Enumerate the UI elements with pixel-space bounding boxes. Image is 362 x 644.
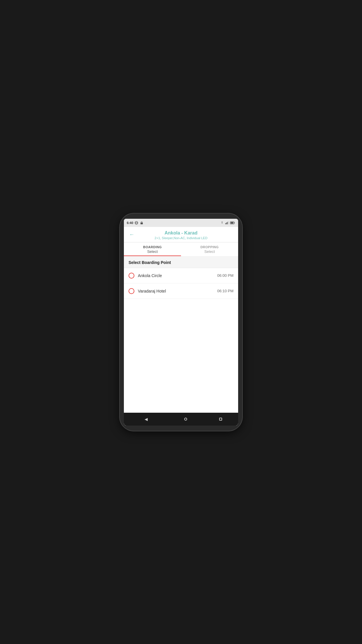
svg-rect-7 bbox=[228, 221, 229, 224]
radio-button-ankola[interactable] bbox=[129, 273, 134, 279]
app-header: ← Ankola - Karad 2+1, Sleeper,Non-AC, In… bbox=[124, 227, 238, 242]
svg-rect-9 bbox=[231, 222, 233, 224]
phone-outer: 6:40 bbox=[120, 214, 242, 431]
phone-screen: 6:40 bbox=[124, 219, 238, 426]
section-header: Select Boarding Point bbox=[124, 256, 238, 268]
world-icon bbox=[134, 221, 138, 225]
dropping-tab-label: DROPPING bbox=[181, 245, 238, 249]
wifi-icon bbox=[220, 220, 224, 225]
signal-icon bbox=[225, 220, 229, 225]
boarding-point-name: Ankola Circle bbox=[138, 273, 217, 278]
svg-rect-3 bbox=[140, 223, 143, 224]
battery-icon bbox=[230, 220, 235, 225]
bottom-navigation: ◀ bbox=[124, 413, 238, 426]
boarding-point-name: Varadaraj Hotel bbox=[138, 289, 217, 293]
boarding-item[interactable]: Ankola Circle 06:00 PM bbox=[124, 268, 238, 284]
svg-rect-6 bbox=[227, 222, 228, 224]
status-bar: 6:40 bbox=[124, 219, 238, 227]
svg-rect-4 bbox=[225, 223, 226, 224]
boarding-tab-value: Select bbox=[124, 249, 181, 254]
nav-recents-button[interactable] bbox=[219, 418, 222, 421]
lock-icon bbox=[140, 221, 144, 225]
main-content: Select Boarding Point Ankola Circle 06:0… bbox=[124, 256, 238, 413]
back-button[interactable]: ← bbox=[128, 230, 136, 239]
status-bar-right bbox=[220, 220, 235, 225]
nav-back-button[interactable]: ◀ bbox=[140, 414, 152, 424]
tab-boarding[interactable]: BOARDING Select bbox=[124, 242, 181, 256]
header-title: Ankola - Karad bbox=[129, 230, 233, 236]
status-time: 6:40 bbox=[127, 221, 133, 225]
svg-rect-5 bbox=[226, 223, 227, 224]
dropping-tab-value: Select bbox=[181, 249, 238, 254]
boarding-point-time: 06:10 PM bbox=[217, 289, 233, 293]
header-subtitle: 2+1, Sleeper,Non-AC, Individual LED bbox=[129, 236, 233, 240]
nav-home-button[interactable] bbox=[184, 418, 187, 421]
tab-dropping[interactable]: DROPPING Select bbox=[181, 242, 238, 256]
boarding-tab-label: BOARDING bbox=[124, 245, 181, 249]
boarding-points-list: Ankola Circle 06:00 PM Varadaraj Hotel 0… bbox=[124, 268, 238, 299]
status-bar-left: 6:40 bbox=[127, 221, 144, 225]
tab-bar: BOARDING Select DROPPING Select bbox=[124, 242, 238, 256]
boarding-item[interactable]: Varadaraj Hotel 06:10 PM bbox=[124, 284, 238, 299]
section-title: Select Boarding Point bbox=[129, 260, 233, 265]
boarding-point-time: 06:00 PM bbox=[217, 273, 233, 278]
radio-button-varadaraj[interactable] bbox=[129, 288, 134, 294]
